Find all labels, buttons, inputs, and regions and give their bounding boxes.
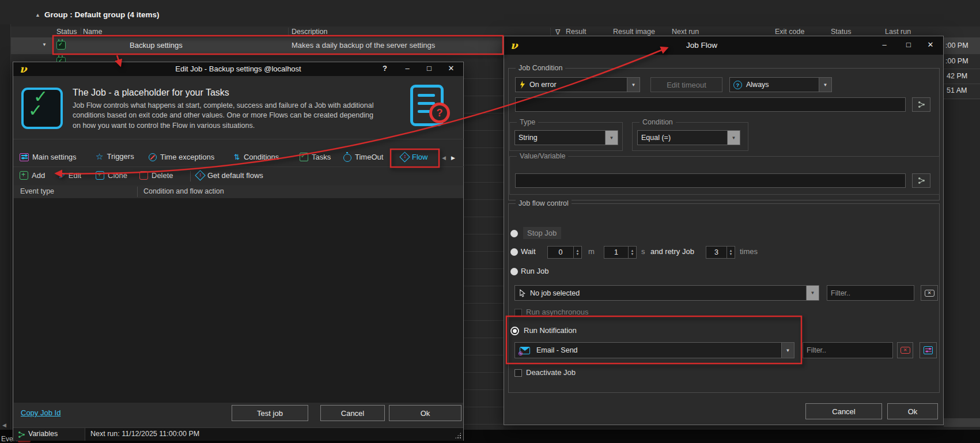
- column-separator: [550, 28, 551, 36]
- collapse-triangle-icon[interactable]: ▲: [35, 12, 40, 18]
- maximize-button[interactable]: □: [422, 64, 436, 73]
- ok-button[interactable]: Ok: [389, 405, 461, 421]
- statusbar-next-run: Next run: 11/12/2025 11:00:00 PM: [90, 430, 199, 438]
- tab-label: Conditions: [244, 153, 279, 161]
- tab-triggers[interactable]: ☆Triggers: [96, 152, 134, 161]
- flow-diamond-icon: [195, 170, 205, 180]
- insert-variable-button[interactable]: [912, 173, 930, 188]
- column-name[interactable]: Name: [83, 28, 102, 36]
- stepper-arrows-icon[interactable]: ▲▼: [573, 247, 581, 258]
- toolbar-clone-button[interactable]: Clone: [96, 171, 127, 180]
- clear-job-filter-button[interactable]: ✕: [921, 285, 938, 301]
- chevron-down-icon[interactable]: ▼: [627, 78, 640, 92]
- clear-x-icon: ✕: [925, 290, 934, 297]
- tabs-scroll-right-icon[interactable]: ▶: [451, 155, 455, 161]
- column-status-2[interactable]: Status: [831, 28, 851, 36]
- tab-flow[interactable]: Flow: [401, 153, 427, 161]
- close-button[interactable]: ✕: [924, 40, 937, 49]
- row-expand-icon[interactable]: ▼: [42, 42, 47, 47]
- edit-job-titlebar[interactable]: ν Edit Job - Backup settings @localhost …: [13, 62, 463, 76]
- wait-minutes-stepper[interactable]: 0 ▲▼: [547, 246, 582, 259]
- wait-radio[interactable]: [510, 248, 518, 256]
- column-condition-flow-action[interactable]: Condition and flow action: [143, 187, 224, 195]
- run-asynchronous-checkbox[interactable]: [514, 309, 522, 316]
- deactivate-job-checkbox[interactable]: [514, 369, 522, 377]
- toolbar-get-default-flows-button[interactable]: Get default flows: [196, 171, 263, 180]
- edit-timeout-button[interactable]: Edit timeout: [650, 77, 722, 92]
- retry-times-stepper[interactable]: 3 ▲▼: [706, 246, 735, 259]
- toolbar-delete-button[interactable]: Delete: [139, 171, 173, 180]
- column-exit-code[interactable]: Exit code: [775, 28, 804, 36]
- minimize-button[interactable]: –: [877, 40, 891, 49]
- condition-operator-dropdown[interactable]: Equal (=) ▼: [637, 130, 740, 145]
- stepper-arrows-icon[interactable]: ▲▼: [628, 247, 636, 258]
- chevron-down-icon[interactable]: ▼: [781, 343, 794, 358]
- help-button[interactable]: ?: [378, 64, 392, 73]
- hero-help-doc-icon: ?: [410, 85, 444, 126]
- insert-variable-button[interactable]: [912, 97, 930, 112]
- column-status[interactable]: Status: [56, 28, 77, 36]
- job-select-dropdown[interactable]: No job selected ▼: [514, 285, 819, 301]
- tab-label: TimeOut: [355, 153, 383, 161]
- column-description[interactable]: Description: [292, 28, 328, 36]
- toolbar-label: Add: [32, 171, 45, 180]
- tab-tasks[interactable]: Tasks: [300, 153, 331, 161]
- chevron-down-icon[interactable]: ▼: [819, 78, 831, 92]
- job-filter-input[interactable]: [827, 285, 914, 301]
- and-retry-job-label: and retry Job: [650, 247, 694, 256]
- check-icon: ✓: [28, 100, 43, 120]
- copy-job-id-link[interactable]: Copy Job Id: [21, 408, 60, 417]
- column-last-run[interactable]: Last run: [885, 28, 911, 36]
- clone-icon: [96, 171, 104, 180]
- scroll-left-icon[interactable]: ◀: [2, 422, 6, 428]
- column-next-run[interactable]: Next run: [672, 28, 699, 36]
- maximize-button[interactable]: □: [902, 40, 915, 49]
- flow-list-empty[interactable]: [14, 198, 463, 403]
- job-flow-titlebar[interactable]: ν Job Flow – □ ✕: [504, 36, 943, 55]
- test-job-button[interactable]: Test job: [232, 405, 308, 421]
- notification-settings-button[interactable]: [920, 342, 937, 358]
- toolbar-edit-button[interactable]: ✎Edit: [58, 171, 81, 180]
- resize-grip[interactable]: [455, 432, 461, 439]
- tab-conditions[interactable]: ⇄Conditions: [234, 153, 279, 161]
- run-job-radio[interactable]: [510, 268, 518, 275]
- column-event-type[interactable]: Event type: [20, 187, 54, 195]
- tab-time-exceptions[interactable]: Time exceptions: [149, 153, 214, 161]
- job-description: Makes a daily backup of the server setti…: [292, 41, 435, 50]
- group-header-row[interactable]: ▲ Group : Default group (4 items): [0, 8, 980, 24]
- stepper-arrows-icon[interactable]: ▲▼: [727, 247, 735, 258]
- column-result-image[interactable]: Result image: [613, 28, 655, 36]
- last-run-time: 51 AM: [947, 86, 967, 94]
- wait-seconds-value: 1: [604, 247, 628, 258]
- tab-timeout[interactable]: TimeOut: [343, 152, 383, 162]
- tab-main-settings[interactable]: Main settings: [20, 153, 77, 161]
- ok-button[interactable]: Ok: [887, 403, 938, 419]
- value-variable-input[interactable]: [515, 173, 906, 188]
- cancel-button[interactable]: Cancel: [320, 405, 385, 421]
- close-button[interactable]: ✕: [444, 64, 458, 73]
- sliders-icon: [924, 346, 933, 354]
- edit-job-dialog: ν Edit Job - Backup settings @localhost …: [13, 62, 464, 441]
- tabs-divider: [13, 166, 464, 167]
- condition-mode-dropdown[interactable]: ? Always ▼: [729, 77, 832, 92]
- run-notification-radio[interactable]: [510, 327, 519, 335]
- wait-seconds-stepper[interactable]: 1 ▲▼: [604, 246, 637, 259]
- clear-notification-filter-button[interactable]: ✕: [897, 342, 913, 358]
- add-icon: [20, 171, 28, 180]
- variables-button[interactable]: Variables: [13, 428, 85, 441]
- cancel-button[interactable]: Cancel: [805, 403, 882, 419]
- notification-filter-input[interactable]: [803, 342, 893, 358]
- condition-expression-input[interactable]: [515, 97, 906, 112]
- filter-icon[interactable]: ∇: [555, 28, 560, 36]
- job-flow-title: Job Flow: [686, 41, 717, 50]
- chevron-down-icon: ▼: [806, 286, 819, 300]
- notification-dropdown[interactable]: Email - Send ▼: [514, 342, 794, 358]
- flow-event-dropdown[interactable]: On error ▼: [515, 77, 640, 92]
- toolbar-add-button[interactable]: Add: [20, 171, 45, 180]
- stop-job-radio[interactable]: [510, 230, 518, 237]
- job-name[interactable]: Backup settings: [130, 41, 183, 50]
- minimize-button[interactable]: –: [400, 64, 414, 73]
- column-result[interactable]: Result: [566, 28, 586, 36]
- tabs-scroll-left-icon[interactable]: ◀: [442, 155, 446, 161]
- type-dropdown[interactable]: String ▼: [514, 130, 618, 145]
